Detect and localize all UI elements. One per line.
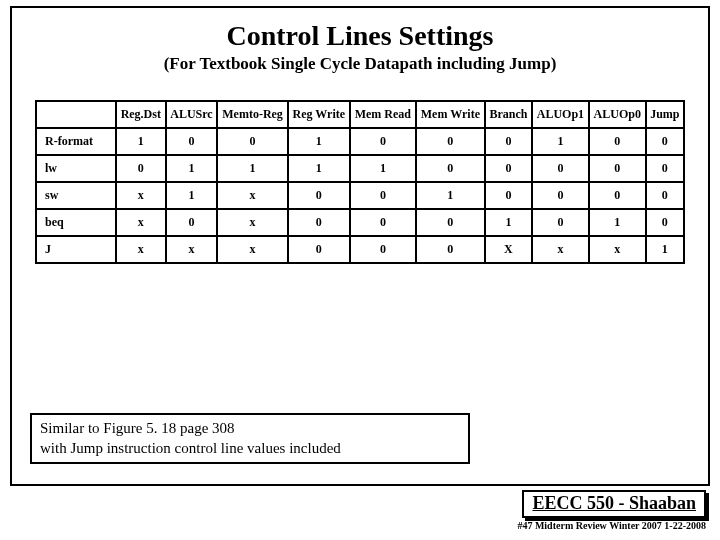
cell: 0 <box>116 155 166 182</box>
cell: 0 <box>532 182 589 209</box>
cell: 1 <box>288 128 350 155</box>
col-memtoreg: Memto-Reg <box>217 101 287 128</box>
header-empty <box>36 101 116 128</box>
row-name: J <box>36 236 116 263</box>
col-regdst: Reg.Dst <box>116 101 166 128</box>
col-memread: Mem Read <box>350 101 416 128</box>
cell: 0 <box>288 236 350 263</box>
cell: 1 <box>532 128 589 155</box>
footer-course: EECC 550 - Shaaban <box>522 490 706 518</box>
cell: 1 <box>166 182 218 209</box>
slide-frame: Control Lines Settings (For Textbook Sin… <box>10 6 710 486</box>
table-row: swx1x0010000 <box>36 182 684 209</box>
cell: 0 <box>350 182 416 209</box>
cell: x <box>116 182 166 209</box>
slide-subtitle: (For Textbook Single Cycle Datapath incl… <box>30 54 690 74</box>
cell: 1 <box>646 236 684 263</box>
cell: 1 <box>166 155 218 182</box>
cell: 0 <box>589 128 646 155</box>
cell: x <box>532 236 589 263</box>
cell: 1 <box>288 155 350 182</box>
row-name: sw <box>36 182 116 209</box>
note-line-2: with Jump instruction control line value… <box>40 439 460 459</box>
col-regwrite: Reg Write <box>288 101 350 128</box>
row-name: beq <box>36 209 116 236</box>
table-header-row: Reg.Dst ALUSrc Memto-Reg Reg Write Mem R… <box>36 101 684 128</box>
cell: X <box>485 236 532 263</box>
cell: x <box>217 209 287 236</box>
cell: 1 <box>485 209 532 236</box>
cell: 0 <box>166 209 218 236</box>
cell: 0 <box>646 209 684 236</box>
cell: 0 <box>166 128 218 155</box>
cell: x <box>589 236 646 263</box>
note-box: Similar to Figure 5. 18 page 308 with Ju… <box>30 413 470 464</box>
cell: 0 <box>589 182 646 209</box>
col-aluop1: ALUOp1 <box>532 101 589 128</box>
table-row: R-format1001000100 <box>36 128 684 155</box>
footer-meta: #47 Midterm Review Winter 2007 1-22-2008 <box>517 520 706 531</box>
cell: 0 <box>646 155 684 182</box>
col-aluop0: ALUOp0 <box>589 101 646 128</box>
cell: 0 <box>532 209 589 236</box>
table-row: beqx0x0001010 <box>36 209 684 236</box>
cell: 1 <box>350 155 416 182</box>
cell: 0 <box>646 128 684 155</box>
row-name: lw <box>36 155 116 182</box>
cell: x <box>217 182 287 209</box>
cell: 1 <box>589 209 646 236</box>
cell: 0 <box>416 155 485 182</box>
col-jump: Jump <box>646 101 684 128</box>
table-row: Jxxx000Xxx1 <box>36 236 684 263</box>
cell: x <box>217 236 287 263</box>
cell: 0 <box>646 182 684 209</box>
cell: 1 <box>416 182 485 209</box>
cell: 0 <box>416 128 485 155</box>
cell: 1 <box>217 155 287 182</box>
cell: 0 <box>416 236 485 263</box>
slide-title: Control Lines Settings <box>30 20 690 52</box>
cell: 0 <box>589 155 646 182</box>
row-name: R-format <box>36 128 116 155</box>
cell: 0 <box>350 128 416 155</box>
cell: x <box>116 236 166 263</box>
control-table: Reg.Dst ALUSrc Memto-Reg Reg Write Mem R… <box>35 100 685 264</box>
cell: x <box>166 236 218 263</box>
cell: 0 <box>485 155 532 182</box>
cell: 1 <box>116 128 166 155</box>
table-row: lw0111100000 <box>36 155 684 182</box>
cell: x <box>116 209 166 236</box>
cell: 0 <box>485 128 532 155</box>
note-line-1: Similar to Figure 5. 18 page 308 <box>40 419 460 439</box>
cell: 0 <box>416 209 485 236</box>
col-branch: Branch <box>485 101 532 128</box>
col-alusrc: ALUSrc <box>166 101 218 128</box>
cell: 0 <box>288 182 350 209</box>
cell: 0 <box>217 128 287 155</box>
cell: 0 <box>485 182 532 209</box>
cell: 0 <box>288 209 350 236</box>
cell: 0 <box>532 155 589 182</box>
cell: 0 <box>350 209 416 236</box>
cell: 0 <box>350 236 416 263</box>
col-memwrite: Mem Write <box>416 101 485 128</box>
